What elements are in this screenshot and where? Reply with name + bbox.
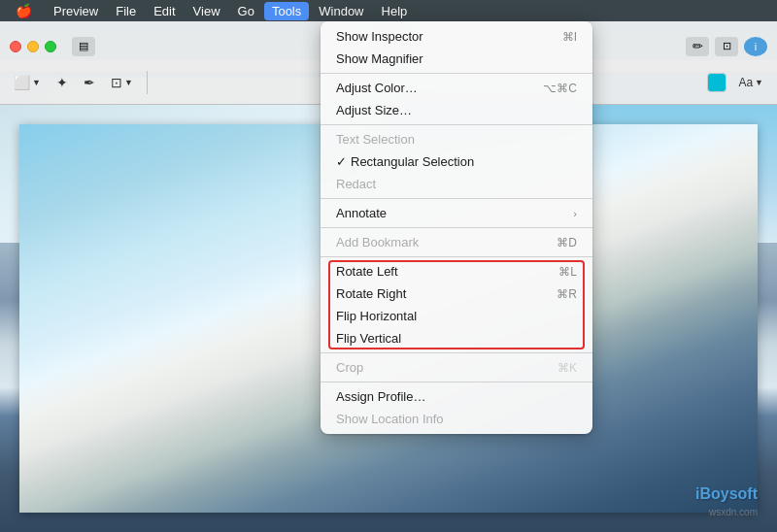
checkmark-icon: ✓ xyxy=(336,154,347,169)
flip-horizontal-label: Flip Horizontal xyxy=(336,309,417,323)
rectangular-selection-label: Rectangular Selection xyxy=(351,154,474,169)
flip-vertical-label: Flip Vertical xyxy=(336,331,401,346)
menu-item-flip-horizontal[interactable]: Flip Horizontal xyxy=(321,305,592,327)
menu-item-flip-vertical[interactable]: Flip Vertical xyxy=(321,327,592,349)
crop-label: Crop xyxy=(336,360,363,375)
menu-sep-4 xyxy=(321,227,592,228)
menu-sep-3 xyxy=(321,198,592,199)
adjust-color-shortcut: ⌥⌘C xyxy=(543,82,577,95)
menu-item-text-selection: Text Selection xyxy=(321,128,592,150)
redact-label: Redact xyxy=(336,177,376,191)
menu-sep-1 xyxy=(321,73,592,74)
menu-item-add-bookmark: Add Bookmark ⌘D xyxy=(321,231,592,253)
show-inspector-shortcut: ⌘I xyxy=(562,30,577,44)
add-bookmark-shortcut: ⌘D xyxy=(557,236,577,249)
rotate-left-label: Rotate Left xyxy=(336,264,398,279)
menu-item-crop: Crop ⌘K xyxy=(321,356,592,379)
rotate-left-shortcut: ⌘L xyxy=(558,265,577,279)
menu-item-show-location: Show Location Info xyxy=(321,408,592,430)
text-selection-label: Text Selection xyxy=(336,132,415,147)
menu-item-show-magnifier[interactable]: Show Magnifier xyxy=(321,48,592,70)
show-magnifier-label: Show Magnifier xyxy=(336,51,423,66)
menu-sep-2 xyxy=(321,124,592,125)
menu-item-annotate[interactable]: Annotate › xyxy=(321,202,592,224)
annotate-label: Annotate xyxy=(336,206,387,220)
menu-item-adjust-color[interactable]: Adjust Color… ⌥⌘C xyxy=(321,77,592,99)
add-bookmark-label: Add Bookmark xyxy=(336,235,419,249)
menu-item-rectangular-selection[interactable]: ✓ Rectangular Selection xyxy=(321,150,592,173)
submenu-arrow-icon: › xyxy=(573,208,577,219)
menu-sep-5 xyxy=(321,256,592,257)
crop-shortcut: ⌘K xyxy=(557,361,577,375)
adjust-color-label: Adjust Color… xyxy=(336,81,418,95)
menu-item-redact: Redact xyxy=(321,173,592,195)
menu-item-rotate-right[interactable]: Rotate Right ⌘R xyxy=(321,283,592,305)
dropdown-overlay: Show Inspector ⌘I Show Magnifier Adjust … xyxy=(0,0,777,532)
menu-sep-6 xyxy=(321,352,592,353)
rotate-flip-group: Rotate Left ⌘L Rotate Right ⌘R Flip Hori… xyxy=(321,260,592,349)
rotate-right-shortcut: ⌘R xyxy=(557,287,577,301)
menu-item-rotate-left[interactable]: Rotate Left ⌘L xyxy=(321,260,592,283)
show-location-label: Show Location Info xyxy=(336,412,444,426)
menu-sep-7 xyxy=(321,382,592,382)
menu-item-adjust-size[interactable]: Adjust Size… xyxy=(321,99,592,121)
menu-item-show-inspector[interactable]: Show Inspector ⌘I xyxy=(321,25,592,48)
tools-dropdown-menu: Show Inspector ⌘I Show Magnifier Adjust … xyxy=(321,21,592,434)
assign-profile-label: Assign Profile… xyxy=(336,389,425,404)
adjust-size-label: Adjust Size… xyxy=(336,103,412,117)
rotate-right-label: Rotate Right xyxy=(336,286,406,301)
show-inspector-label: Show Inspector xyxy=(336,29,423,44)
menu-item-assign-profile[interactable]: Assign Profile… xyxy=(321,385,592,408)
